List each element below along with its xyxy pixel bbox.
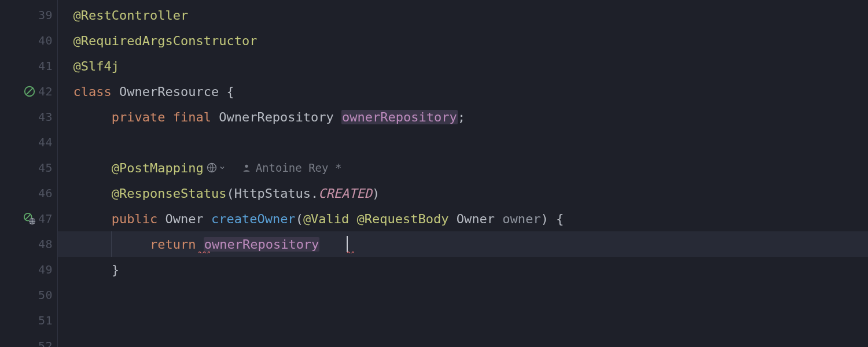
error-underline bbox=[198, 251, 210, 253]
line-number: 39 bbox=[38, 8, 53, 22]
punct: ( bbox=[226, 186, 234, 201]
code-line[interactable] bbox=[58, 308, 868, 333]
line-number: 48 bbox=[38, 237, 53, 251]
gutter-row[interactable]: 48 bbox=[0, 231, 57, 257]
brace: } bbox=[112, 263, 119, 277]
gutter-row[interactable]: 39 bbox=[0, 2, 57, 28]
static-field: CREATED bbox=[318, 186, 372, 201]
line-number: 42 bbox=[38, 84, 53, 98]
gutter-row[interactable]: 46 bbox=[0, 180, 57, 206]
endpoint-icon[interactable] bbox=[23, 212, 36, 225]
code-line[interactable]: @RequiredArgsConstructor bbox=[58, 28, 868, 53]
svg-line-1 bbox=[27, 88, 33, 95]
line-number: 52 bbox=[38, 339, 53, 347]
keyword: private bbox=[112, 110, 165, 124]
gutter-row[interactable]: 44 bbox=[0, 130, 57, 155]
code-line[interactable] bbox=[58, 282, 868, 308]
code-line[interactable]: class OwnerResource { bbox=[58, 79, 868, 104]
code-line[interactable]: } bbox=[58, 257, 868, 282]
line-number: 49 bbox=[38, 263, 53, 276]
code-line[interactable]: @RestController bbox=[58, 2, 868, 28]
no-breakpoint-icon[interactable] bbox=[23, 85, 36, 98]
annotation: @RestController bbox=[73, 8, 189, 23]
punct: ( bbox=[296, 212, 303, 226]
line-number: 44 bbox=[38, 135, 53, 149]
code-line[interactable] bbox=[58, 130, 868, 155]
annotation: @Valid bbox=[303, 212, 357, 226]
keyword: return bbox=[150, 237, 196, 252]
code-area[interactable]: @RestController @RequiredArgsConstructor… bbox=[58, 0, 868, 347]
gutter-row[interactable]: 43 bbox=[0, 104, 57, 130]
code-line-current[interactable]: return ownerRepository bbox=[58, 231, 868, 257]
line-number: 43 bbox=[38, 110, 53, 124]
type: Owner bbox=[457, 212, 502, 226]
indent-guide bbox=[111, 231, 112, 257]
person-icon bbox=[242, 163, 251, 172]
code-line[interactable]: @Slf4j bbox=[58, 53, 868, 79]
gutter: 39 40 41 42 43 44 45 46 47 48 49 bbox=[0, 0, 58, 347]
keyword: public bbox=[112, 212, 157, 226]
svg-point-6 bbox=[245, 165, 248, 168]
type: OwnerRepository bbox=[219, 110, 341, 124]
field-highlight: ownerRepository bbox=[204, 237, 320, 252]
gutter-row[interactable]: 47 bbox=[0, 206, 57, 231]
param: owner bbox=[502, 212, 540, 226]
method-name: createOwner bbox=[211, 212, 296, 226]
line-number: 40 bbox=[38, 34, 53, 47]
punct: ) bbox=[372, 186, 380, 201]
line-number: 46 bbox=[38, 186, 53, 200]
brace: ) { bbox=[541, 212, 564, 226]
annotation: @PostMapping bbox=[112, 161, 204, 175]
gutter-row[interactable]: 42 bbox=[0, 79, 57, 104]
globe-icon bbox=[206, 162, 218, 174]
code-line[interactable]: public Owner createOwner(@Valid @Request… bbox=[58, 206, 868, 231]
code-line[interactable]: @PostMappingAntoine Rey * bbox=[58, 155, 868, 180]
error-underline bbox=[347, 251, 354, 253]
gutter-row[interactable]: 52 bbox=[0, 333, 57, 347]
line-number: 51 bbox=[38, 313, 53, 327]
url-inlay-hint[interactable] bbox=[206, 162, 226, 174]
gutter-row[interactable]: 50 bbox=[0, 282, 57, 308]
code-line[interactable]: private final OwnerRepository ownerRepos… bbox=[58, 104, 868, 130]
text-caret bbox=[347, 236, 348, 252]
gutter-row[interactable]: 45 bbox=[0, 155, 57, 180]
punct: ; bbox=[458, 110, 465, 124]
chevron-down-icon bbox=[219, 164, 226, 171]
author-inlay-hint[interactable]: Antoine Rey * bbox=[242, 161, 342, 174]
code-editor: 39 40 41 42 43 44 45 46 47 48 49 bbox=[0, 0, 868, 347]
brace: { bbox=[219, 84, 234, 99]
code-line[interactable] bbox=[58, 333, 868, 347]
annotation: @ResponseStatus bbox=[112, 186, 227, 201]
gutter-row[interactable]: 40 bbox=[0, 28, 57, 53]
type: HttpStatus. bbox=[234, 186, 319, 201]
keyword: class bbox=[73, 84, 112, 99]
annotation: @RequestBody bbox=[357, 212, 457, 226]
annotation: @RequiredArgsConstructor bbox=[73, 34, 258, 48]
keyword: final bbox=[165, 110, 219, 124]
line-number: 45 bbox=[38, 161, 53, 175]
line-number: 47 bbox=[38, 212, 53, 226]
class-name: OwnerResource bbox=[119, 84, 219, 99]
gutter-row[interactable]: 41 bbox=[0, 53, 57, 79]
type: Owner bbox=[157, 212, 211, 226]
gutter-row[interactable]: 49 bbox=[0, 257, 57, 282]
gutter-row[interactable]: 51 bbox=[0, 308, 57, 333]
line-number: 41 bbox=[38, 59, 53, 73]
annotation: @Slf4j bbox=[73, 59, 119, 73]
code-line[interactable]: @ResponseStatus(HttpStatus.CREATED) bbox=[58, 180, 868, 206]
author-name: Antoine Rey * bbox=[256, 161, 342, 174]
field-highlight: ownerRepository bbox=[341, 110, 458, 124]
line-number: 50 bbox=[38, 288, 53, 302]
